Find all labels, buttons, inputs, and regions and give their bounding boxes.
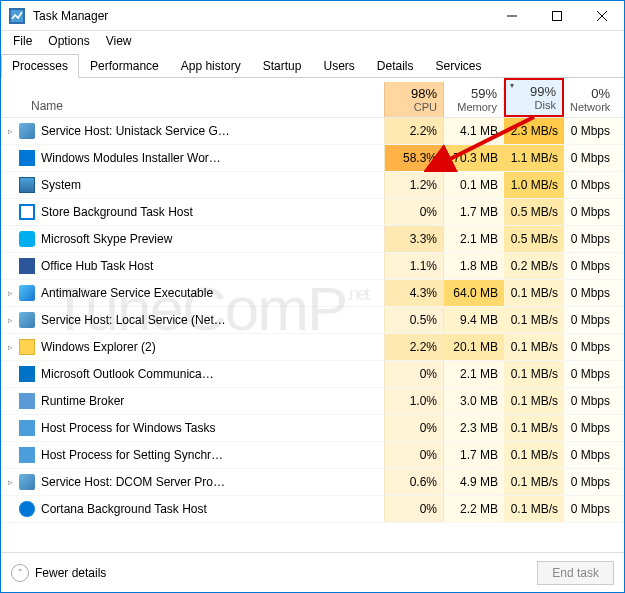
footer: ˄ Fewer details End task xyxy=(1,552,624,592)
table-row[interactable]: Host Process for Windows Tasks0%2.3 MB0.… xyxy=(1,415,624,442)
col-name[interactable]: Name xyxy=(1,95,384,117)
memory-value: 1.7 MB xyxy=(444,442,504,468)
content-area: TuneComP.net Name 98% CPU 59% Memory ▾ 9… xyxy=(1,78,624,552)
cpu-value: 1.2% xyxy=(384,172,444,198)
cpu-value: 0% xyxy=(384,361,444,387)
disk-value: 0.1 MB/s xyxy=(504,442,564,468)
menu-options[interactable]: Options xyxy=(40,32,97,50)
process-name: Runtime Broker xyxy=(41,394,384,408)
menu-view[interactable]: View xyxy=(98,32,140,50)
cpu-value: 1.0% xyxy=(384,388,444,414)
expand-icon[interactable]: ▹ xyxy=(1,477,19,487)
table-row[interactable]: Microsoft Skype Preview3.3%2.1 MB0.5 MB/… xyxy=(1,226,624,253)
end-task-button[interactable]: End task xyxy=(537,561,614,585)
table-row[interactable]: Office Hub Task Host1.1%1.8 MB0.2 MB/s0 … xyxy=(1,253,624,280)
expand-icon[interactable]: ▹ xyxy=(1,342,19,352)
cpu-value: 0% xyxy=(384,415,444,441)
table-row[interactable]: Store Background Task Host0%1.7 MB0.5 MB… xyxy=(1,199,624,226)
close-button[interactable] xyxy=(579,1,624,31)
disk-value: 0.1 MB/s xyxy=(504,307,564,333)
process-icon xyxy=(19,177,35,193)
menubar: File Options View xyxy=(1,31,624,51)
table-row[interactable]: Host Process for Setting Synchr…0%1.7 MB… xyxy=(1,442,624,469)
process-name: Windows Explorer (2) xyxy=(41,340,384,354)
memory-value: 70.3 MB xyxy=(444,145,504,171)
tab-details[interactable]: Details xyxy=(366,54,425,78)
tab-services[interactable]: Services xyxy=(425,54,493,78)
memory-value: 9.4 MB xyxy=(444,307,504,333)
disk-value: 1.1 MB/s xyxy=(504,145,564,171)
tab-apphistory[interactable]: App history xyxy=(170,54,252,78)
process-name: Windows Modules Installer Wor… xyxy=(41,151,384,165)
task-manager-window: Task Manager File Options View Processes… xyxy=(0,0,625,593)
fewer-details-button[interactable]: ˄ Fewer details xyxy=(11,564,106,582)
process-name: Microsoft Skype Preview xyxy=(41,232,384,246)
table-row[interactable]: System1.2%0.1 MB1.0 MB/s0 Mbps xyxy=(1,172,624,199)
table-row[interactable]: ▹Service Host: Unistack Service G…2.2%4.… xyxy=(1,118,624,145)
process-icon xyxy=(19,501,35,517)
col-disk[interactable]: ▾ 99% Disk xyxy=(504,78,564,117)
disk-value: 0.1 MB/s xyxy=(504,334,564,360)
memory-value: 4.9 MB xyxy=(444,469,504,495)
memory-value: 0.1 MB xyxy=(444,172,504,198)
expand-icon[interactable]: ▹ xyxy=(1,288,19,298)
process-icon xyxy=(19,150,35,166)
network-value: 0 Mbps xyxy=(564,334,624,360)
expand-icon[interactable]: ▹ xyxy=(1,315,19,325)
menu-file[interactable]: File xyxy=(5,32,40,50)
disk-value: 0.1 MB/s xyxy=(504,280,564,306)
disk-value: 0.1 MB/s xyxy=(504,361,564,387)
table-row[interactable]: Microsoft Outlook Communica…0%2.1 MB0.1 … xyxy=(1,361,624,388)
cpu-value: 4.3% xyxy=(384,280,444,306)
col-network[interactable]: 0% Network xyxy=(564,82,624,117)
tab-processes[interactable]: Processes xyxy=(1,54,79,78)
table-row[interactable]: ▹Service Host: DCOM Server Pro…0.6%4.9 M… xyxy=(1,469,624,496)
window-title: Task Manager xyxy=(33,9,489,23)
process-name: Service Host: Unistack Service G… xyxy=(41,124,384,138)
cpu-value: 0.6% xyxy=(384,469,444,495)
network-value: 0 Mbps xyxy=(564,415,624,441)
process-name: Antimalware Service Executable xyxy=(41,286,384,300)
process-name: Cortana Background Task Host xyxy=(41,502,384,516)
disk-value: 1.0 MB/s xyxy=(504,172,564,198)
table-row[interactable]: ▹Windows Explorer (2)2.2%20.1 MB0.1 MB/s… xyxy=(1,334,624,361)
tab-performance[interactable]: Performance xyxy=(79,54,170,78)
col-memory[interactable]: 59% Memory xyxy=(444,82,504,117)
tab-startup[interactable]: Startup xyxy=(252,54,313,78)
table-row[interactable]: Cortana Background Task Host0%2.2 MB0.1 … xyxy=(1,496,624,523)
process-icon xyxy=(19,123,35,139)
table-row[interactable]: Windows Modules Installer Wor…58.3%70.3 … xyxy=(1,145,624,172)
process-icon xyxy=(19,231,35,247)
disk-value: 0.2 MB/s xyxy=(504,253,564,279)
svg-rect-3 xyxy=(552,11,561,20)
network-value: 0 Mbps xyxy=(564,145,624,171)
table-row[interactable]: Runtime Broker1.0%3.0 MB0.1 MB/s0 Mbps xyxy=(1,388,624,415)
process-list[interactable]: ▹Service Host: Unistack Service G…2.2%4.… xyxy=(1,118,624,552)
process-icon xyxy=(19,339,35,355)
memory-value: 2.3 MB xyxy=(444,415,504,441)
cpu-value: 0% xyxy=(384,496,444,522)
col-cpu[interactable]: 98% CPU xyxy=(384,82,444,117)
network-value: 0 Mbps xyxy=(564,388,624,414)
disk-value: 0.5 MB/s xyxy=(504,199,564,225)
chevron-up-icon: ˄ xyxy=(11,564,29,582)
memory-value: 1.8 MB xyxy=(444,253,504,279)
process-icon xyxy=(19,366,35,382)
table-row[interactable]: ▹Antimalware Service Executable4.3%64.0 … xyxy=(1,280,624,307)
process-name: Service Host: DCOM Server Pro… xyxy=(41,475,384,489)
sort-indicator-icon: ▾ xyxy=(510,81,514,90)
cpu-value: 0% xyxy=(384,199,444,225)
disk-value: 0.1 MB/s xyxy=(504,469,564,495)
process-name: Host Process for Setting Synchr… xyxy=(41,448,384,462)
cpu-value: 58.3% xyxy=(384,145,444,171)
titlebar: Task Manager xyxy=(1,1,624,31)
table-row[interactable]: ▹Service Host: Local Service (Net…0.5%9.… xyxy=(1,307,624,334)
maximize-button[interactable] xyxy=(534,1,579,31)
disk-value: 0.1 MB/s xyxy=(504,415,564,441)
disk-value: 0.5 MB/s xyxy=(504,226,564,252)
minimize-button[interactable] xyxy=(489,1,534,31)
memory-value: 2.1 MB xyxy=(444,361,504,387)
tab-users[interactable]: Users xyxy=(312,54,365,78)
process-icon xyxy=(19,204,35,220)
expand-icon[interactable]: ▹ xyxy=(1,126,19,136)
